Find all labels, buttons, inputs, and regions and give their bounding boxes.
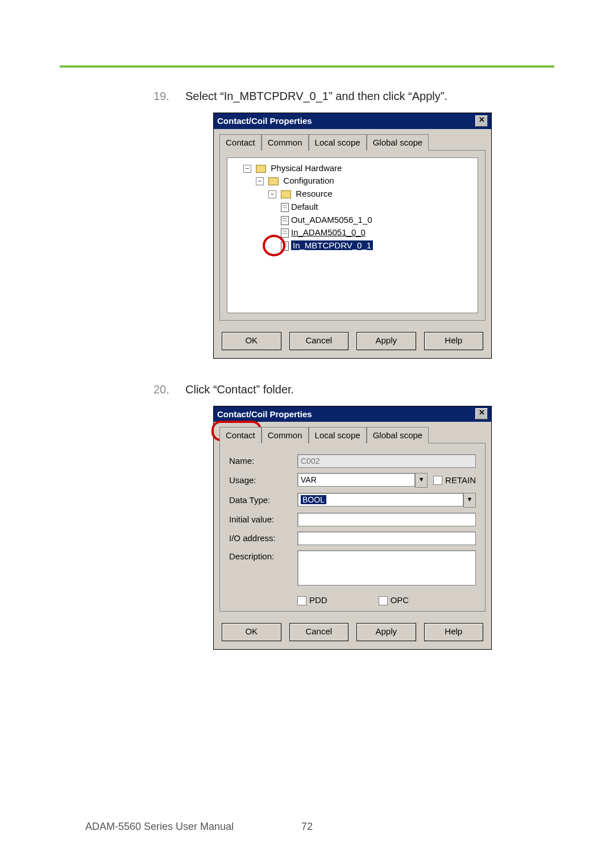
apply-button[interactable]: Apply — [356, 623, 416, 641]
close-icon[interactable]: ✕ — [475, 408, 488, 420]
tree-item-out-adam5056[interactable]: Out_ADAM5056_1_0 — [281, 214, 474, 226]
tree-item-label: In_ADAM5051_0_0 — [291, 227, 366, 237]
dialog-contact: Contact/Coil Properties ✕ Contact Common… — [213, 406, 492, 650]
usage-select[interactable]: VAR ▼ — [297, 473, 428, 488]
datatype-value: BOOL — [297, 493, 463, 506]
dialog-global-scope: Contact/Coil Properties ✕ Contact Common… — [213, 113, 492, 359]
footer-page-number: 72 — [301, 821, 313, 833]
row-description: Description: — [229, 550, 476, 585]
dialog-button-row: OK Cancel Apply Help — [214, 326, 491, 358]
tab-global-scope[interactable]: Global scope — [367, 427, 429, 443]
tab-local-scope[interactable]: Local scope — [309, 427, 367, 443]
label-description: Description: — [229, 550, 297, 563]
folder-icon — [256, 165, 266, 173]
doc-icon — [281, 216, 289, 225]
step-number: 20. — [154, 381, 185, 398]
tab-panel-contact: Name: C002 Usage: VAR ▼ RETAIN Data Type… — [219, 443, 486, 612]
pdd-label: PDD — [309, 595, 327, 605]
tab-contact[interactable]: Contact — [219, 427, 262, 443]
tree-expand-icon[interactable]: − — [256, 177, 264, 185]
row-pdd-opc: PDD OPC — [297, 591, 476, 608]
tree-resource-label: Resource — [296, 189, 332, 198]
doc-icon — [281, 229, 289, 238]
tab-contact[interactable]: Contact — [219, 134, 262, 151]
step-text: Click “Contact” folder. — [185, 381, 551, 398]
label-usage: Usage: — [229, 474, 297, 487]
dialog-title: Contact/Coil Properties — [217, 115, 312, 127]
initial-value-field[interactable] — [297, 513, 476, 526]
tree-expand-icon[interactable]: − — [243, 165, 251, 173]
chevron-down-icon[interactable]: ▼ — [463, 493, 476, 508]
row-io: I/O address: — [229, 531, 476, 545]
dialog-titlebar: Contact/Coil Properties ✕ — [214, 406, 491, 422]
opc-checkbox-wrap[interactable]: OPC — [379, 594, 409, 607]
tree-expand-icon[interactable]: − — [268, 190, 276, 198]
ok-button[interactable]: OK — [222, 332, 281, 350]
close-icon[interactable]: ✕ — [475, 115, 488, 127]
tree-root[interactable]: − Physical Hardware − Configuration — [243, 162, 474, 252]
top-rule — [60, 65, 554, 68]
folder-icon — [268, 177, 279, 185]
step-number: 19. — [154, 88, 185, 105]
chevron-down-icon[interactable]: ▼ — [415, 473, 428, 488]
step-text: Select “In_MBTCPDRV_0_1” and then click … — [185, 88, 551, 105]
dialog-button-row: OK Cancel Apply Help — [214, 617, 491, 649]
datatype-select[interactable]: BOOL ▼ — [297, 493, 476, 508]
apply-button[interactable]: Apply — [356, 332, 416, 350]
opc-label: OPC — [391, 595, 409, 605]
tree-root-label: Physical Hardware — [271, 163, 342, 173]
label-io: I/O address: — [229, 532, 297, 545]
tree-item-default[interactable]: Default — [281, 201, 474, 213]
label-datatype: Data Type: — [229, 494, 297, 506]
folder-icon — [281, 190, 291, 198]
tree-item-in-mbtcpdrv[interactable]: In_MBTCPDRV_0_1 — [281, 239, 474, 252]
tab-panel-global: − Physical Hardware − Configuration — [219, 150, 486, 321]
dialog-title: Contact/Coil Properties — [217, 408, 312, 421]
tab-common[interactable]: Common — [262, 427, 309, 443]
page-footer: ADAM-5560 Series User Manual 72 — [85, 821, 529, 833]
help-button[interactable]: Help — [424, 332, 484, 350]
io-address-field[interactable] — [297, 531, 476, 545]
tree-item-in-adam5051[interactable]: In_ADAM5051_0_0 — [281, 226, 474, 239]
ok-button[interactable]: OK — [222, 623, 281, 641]
name-field: C002 — [297, 454, 476, 468]
cancel-button[interactable]: Cancel — [289, 623, 349, 641]
opc-checkbox[interactable] — [379, 596, 388, 605]
row-usage: Usage: VAR ▼ RETAIN — [229, 473, 476, 488]
tree-item-label: Out_ADAM5056_1_0 — [291, 215, 372, 225]
pdd-checkbox[interactable] — [297, 596, 306, 605]
tree-item-label-selected: In_MBTCPDRV_0_1 — [291, 240, 373, 250]
scope-tree[interactable]: − Physical Hardware − Configuration — [227, 157, 478, 313]
pdd-checkbox-wrap[interactable]: PDD — [297, 594, 327, 607]
tree-config[interactable]: − Configuration − Resource — [256, 175, 474, 252]
step-20: 20. Click “Contact” folder. — [154, 381, 551, 398]
tab-global-scope[interactable]: Global scope — [367, 134, 429, 151]
label-name: Name: — [229, 455, 297, 467]
usage-value: VAR — [297, 473, 415, 487]
help-button[interactable]: Help — [424, 623, 484, 641]
tab-local-scope[interactable]: Local scope — [309, 134, 367, 151]
tree-config-label: Configuration — [283, 176, 334, 185]
row-name: Name: C002 — [229, 454, 476, 468]
doc-icon — [281, 203, 289, 212]
retain-label: RETAIN — [445, 474, 476, 487]
description-field[interactable] — [297, 550, 476, 585]
footer-manual-title: ADAM-5560 Series User Manual — [85, 821, 234, 833]
tab-row: Contact Common Local scope Global scope — [214, 129, 491, 150]
label-initial: Initial value: — [229, 513, 297, 526]
retain-checkbox[interactable] — [433, 476, 442, 485]
retain-checkbox-wrap[interactable]: RETAIN — [433, 474, 476, 487]
dialog-titlebar: Contact/Coil Properties ✕ — [214, 113, 491, 129]
row-datatype: Data Type: BOOL ▼ — [229, 493, 476, 508]
datatype-value-selected: BOOL — [301, 495, 326, 504]
tree-resource[interactable]: − Resource Default Out_ADAM5056_1_0 In_A… — [268, 188, 474, 252]
row-initial: Initial value: — [229, 513, 476, 526]
tab-common[interactable]: Common — [262, 134, 309, 151]
doc-icon — [281, 242, 289, 251]
tree-item-label: Default — [291, 202, 318, 211]
page-content: 19. Select “In_MBTCPDRV_0_1” and then cl… — [154, 88, 551, 788]
cancel-button[interactable]: Cancel — [289, 332, 349, 350]
tab-row: Contact Common Local scope Global scope — [214, 422, 491, 443]
step-19: 19. Select “In_MBTCPDRV_0_1” and then cl… — [154, 88, 551, 105]
